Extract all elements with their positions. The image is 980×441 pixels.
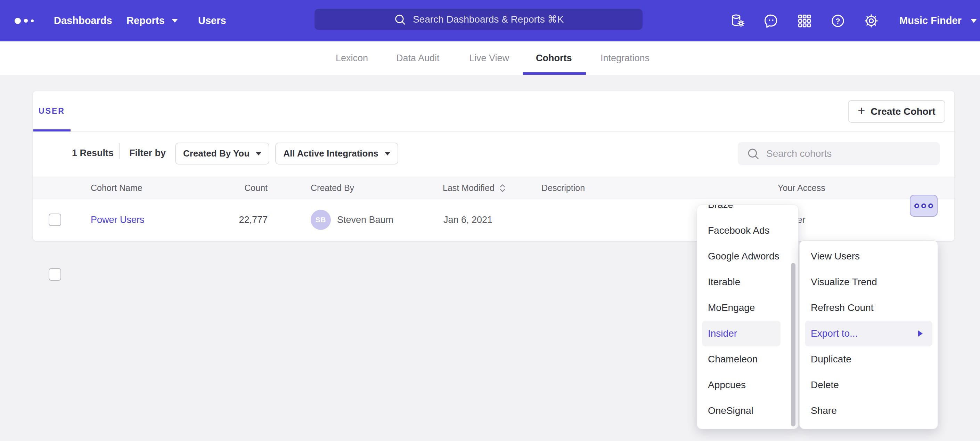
chevron-right-icon [918, 331, 923, 337]
plus-icon: + [858, 104, 865, 118]
logo-dot-small [31, 19, 34, 22]
tab-data-audit[interactable]: Data Audit [396, 42, 440, 75]
menu-item-export-to[interactable]: Export to... [805, 321, 932, 347]
export-menu-list: Braze Facebook Ads Google Adwords Iterab… [697, 205, 798, 423]
user-tab-label: USER [38, 106, 65, 116]
search-icon [746, 147, 760, 161]
divider [119, 143, 119, 159]
column-header-last-modified[interactable]: Last Modified [443, 177, 506, 198]
project-name: Music Finder [899, 15, 962, 26]
export-destinations-menu: Braze Facebook Ads Google Adwords Iterab… [697, 205, 799, 429]
search-icon [393, 13, 407, 26]
nav-item-label: Reports [127, 15, 165, 26]
feedback-icon[interactable] [763, 13, 779, 29]
global-search-placeholder: Search Dashboards & Reports ⌘K [413, 14, 564, 25]
menu-item-google-adwords[interactable]: Google Adwords [697, 243, 798, 269]
created-by-filter-dropdown[interactable]: Created By You [175, 142, 269, 165]
menu-item-share[interactable]: Share [800, 398, 938, 423]
settings-gear-icon[interactable] [863, 13, 879, 29]
dot-icon [928, 203, 933, 208]
chevron-down-icon [172, 19, 178, 22]
cohorts-panel: USER + Create Cohort 1 Results Filter by… [33, 91, 954, 241]
nav-item-users[interactable]: Users [198, 0, 226, 42]
logo-dot-medium [24, 19, 28, 22]
cohort-count: 22,777 [198, 199, 267, 241]
tab-live-view[interactable]: Live View [469, 42, 509, 75]
sort-icon [499, 183, 506, 193]
column-header-label: Last Modified [443, 177, 495, 198]
tab-cohorts[interactable]: Cohorts [536, 42, 572, 75]
mixpanel-logo[interactable] [14, 0, 34, 42]
logo-dot-large [14, 18, 21, 24]
create-cohort-label: Create Cohort [870, 106, 935, 117]
menu-scrollbar[interactable] [791, 263, 795, 427]
chevron-down-icon [385, 152, 390, 155]
tab-label: Integrations [600, 53, 649, 64]
created-by-value: Steven Baum [337, 199, 393, 241]
menu-item-appcues[interactable]: Appcues [697, 372, 798, 398]
table-header-row: Cohort Name Count Created By Last Modifi… [33, 177, 954, 199]
menu-item-label: Export to... [811, 328, 858, 339]
tab-lexicon[interactable]: Lexicon [336, 42, 368, 75]
tab-label: Cohorts [536, 53, 572, 64]
dot-icon [921, 203, 926, 208]
global-search-input[interactable]: Search Dashboards & Reports ⌘K [315, 9, 643, 30]
tab-label: Lexicon [336, 53, 368, 64]
nav-item-reports[interactable]: Reports [127, 0, 178, 42]
integrations-filter-label: All Active Integrations [283, 148, 379, 159]
menu-item-duplicate[interactable]: Duplicate [800, 347, 938, 372]
menu-item-braze[interactable]: Braze [697, 205, 798, 218]
menu-item-onesignal[interactable]: OneSignal [697, 398, 798, 423]
cohort-search-input[interactable]: Search cohorts [738, 142, 940, 165]
tab-label: Data Audit [396, 53, 440, 64]
last-modified-value: Jan 6, 2021 [444, 199, 492, 241]
column-header-cohort-name: Cohort Name [91, 177, 143, 198]
integrations-filter-dropdown[interactable]: All Active Integrations [275, 142, 398, 165]
menu-item-moengage[interactable]: MoEngage [697, 295, 798, 321]
menu-item-iterable[interactable]: Iterable [697, 269, 798, 295]
tab-user-cohorts[interactable]: USER [33, 91, 70, 131]
select-all-checkbox[interactable] [49, 268, 61, 281]
tab-integrations[interactable]: Integrations [600, 42, 649, 75]
created-by-filter-label: Created By You [183, 148, 250, 159]
help-glyph: ? [835, 17, 840, 26]
cohort-search-placeholder: Search cohorts [766, 148, 832, 159]
nav-item-dashboards[interactable]: Dashboards [54, 0, 112, 42]
menu-item-insider[interactable]: Insider [702, 321, 781, 347]
menu-item-view-users[interactable]: View Users [800, 243, 938, 269]
create-cohort-button[interactable]: + Create Cohort [848, 100, 945, 123]
row-more-actions-button[interactable] [910, 195, 938, 217]
menu-item-chameleon[interactable]: Chameleon [697, 347, 798, 372]
dot-icon [914, 203, 919, 208]
results-count: 1 Results [72, 148, 114, 158]
cohorts-page: Dashboards Reports Users Search Dashboar… [0, 0, 980, 441]
menu-item-refresh-count[interactable]: Refresh Count [800, 295, 938, 321]
column-header-description: Description [541, 177, 585, 198]
tab-label: Live View [469, 53, 509, 64]
nav-item-label: Users [198, 15, 226, 26]
column-header-created-by: Created By [311, 177, 354, 198]
avatar: SB [311, 210, 331, 230]
cohort-name-link[interactable]: Power Users [91, 199, 145, 241]
column-header-count: Count [198, 177, 267, 198]
row-actions-menu: View Users Visualize Trend Refresh Count… [799, 240, 938, 429]
menu-item-delete[interactable]: Delete [800, 372, 938, 398]
data-settings-icon[interactable] [730, 13, 746, 29]
top-navbar: Dashboards Reports Users Search Dashboar… [0, 0, 980, 42]
row-checkbox[interactable] [49, 214, 61, 226]
chevron-down-icon [970, 19, 977, 23]
active-tab-indicator [523, 72, 586, 75]
nav-item-label: Dashboards [54, 15, 112, 26]
menu-item-facebook-ads[interactable]: Facebook Ads [697, 218, 798, 243]
project-switcher[interactable]: Music Finder [899, 0, 977, 42]
filter-by-label: Filter by [129, 148, 166, 158]
help-icon[interactable]: ? [830, 13, 846, 29]
table-row: Power Users 22,777 SB Steven Baum Jan 6,… [33, 199, 954, 241]
chevron-down-icon [256, 152, 261, 155]
section-tabbar: Lexicon Data Audit Live View Cohorts Int… [0, 42, 980, 75]
divider [33, 131, 954, 132]
column-header-your-access: Your Access [778, 177, 826, 198]
apps-grid-icon[interactable] [797, 13, 813, 29]
navbar-icon-group: ? [730, 0, 879, 42]
menu-item-visualize-trend[interactable]: Visualize Trend [800, 269, 938, 295]
